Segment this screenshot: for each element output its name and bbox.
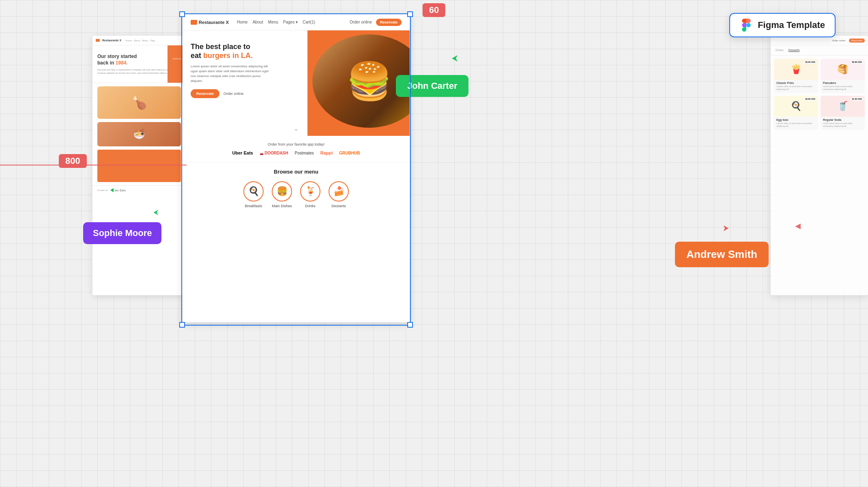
delivery-title: Order from your favorite app today! <box>191 142 402 146</box>
main-dishes-label: Main Dishes <box>272 204 292 208</box>
badge-john: John Carter <box>396 75 468 97</box>
delivery-strip: Order from your favorite app today! Uber… <box>183 136 410 162</box>
mockup-hero: 🍔 The best place toeat burgers in LA. Lo… <box>183 30 410 136</box>
figma-badge: Figma Template <box>729 13 836 37</box>
figma-badge-text: Figma Template <box>758 20 825 30</box>
nav-logo-icon <box>191 20 197 25</box>
nav-link-pages[interactable]: Pages ▾ <box>283 20 298 24</box>
corner-br <box>407 322 413 328</box>
right-menu-tabs: Drinks Desserts <box>771 45 868 56</box>
hero-order-btn[interactable]: Order online <box>223 92 244 96</box>
bg-logo-icon <box>96 39 100 42</box>
right-cursor-red: ▶ <box>795 221 801 230</box>
cursor-uber-eats <box>152 208 160 218</box>
menu-categories: 🍳 Breakfasts 🍔 Main Dishes 🍹 Drinks 🍰 De… <box>191 181 402 208</box>
breakfasts-icon: 🍳 <box>243 181 264 202</box>
logo-postmates: Postmates <box>295 151 314 155</box>
cursor-red <box>721 224 730 234</box>
tab-desserts[interactable]: Desserts <box>789 49 800 52</box>
logo-rappi: Rappi <box>320 150 333 155</box>
right-mockup: Order online Reservate Drinks Desserts 🍟… <box>771 36 868 295</box>
hero-content: The best place toeat burgers in LA. Lore… <box>191 43 272 98</box>
hero-buttons: Reservate Order online <box>191 89 272 98</box>
card-egg-desc: n ipsum dolor sit amet dolor consectetur… <box>774 122 818 130</box>
nav-link-menu[interactable]: Menu <box>268 20 278 24</box>
right-order-online: Order online <box>832 39 846 42</box>
logo-grubhub: GRUBHUB <box>339 151 360 155</box>
bg-food-img-2: 🍜 <box>97 122 181 146</box>
card-pancakes-name: Pancakes <box>821 80 865 85</box>
delivery-logos: Uber Eats DOORDASH Postmates Rappi GRUBH… <box>191 150 402 155</box>
card-pancakes-desc: Lorem ipsum dolor sit amet dolor consect… <box>821 85 865 93</box>
nav-links: Home About Menu Pages ▾ Cart(1) <box>237 20 315 24</box>
bg-mockup: Restaurante X Home About Menu Pag... 720… <box>92 36 186 295</box>
corner-bl <box>179 322 185 328</box>
breakfasts-label: Breakfasts <box>245 204 262 208</box>
cursor-green <box>450 54 460 65</box>
uber-eats-arrow <box>110 188 114 192</box>
card-egg-price: $6.99 USD <box>804 97 816 101</box>
nav-link-cart[interactable]: Cart(1) <box>303 20 315 24</box>
main-dishes-icon: 🍔 <box>272 181 292 202</box>
badge-sophie: Sophie Moore <box>83 222 161 244</box>
right-food-grid: 🍟 $5.99 USD Classic Fries n ipsum dolor … <box>771 56 868 133</box>
card-pancakes: 🥞 $8.99 USD Pancakes Lorem ipsum dolor s… <box>821 59 865 93</box>
drinks-label: Drinks <box>305 204 316 208</box>
card-egg-toast: 🍳 $6.99 USD Egg toas n ipsum dolor sit a… <box>774 96 818 130</box>
nav-link-home[interactable]: Home <box>237 20 248 24</box>
bg-as-seen: As seen on: ber Eats <box>92 185 186 195</box>
category-desserts[interactable]: 🍰 Desserts <box>329 181 349 208</box>
nav-logo-text: Restaurante X <box>199 20 229 25</box>
desserts-icon: 🍰 <box>329 181 349 202</box>
card-soda-desc: Lorem ipsum dolor sit amet dolor consect… <box>821 122 865 130</box>
card-pancakes-price: $8.99 USD <box>851 60 863 64</box>
bg-hero: 72055 83 4... Our story startedback in 1… <box>92 45 186 83</box>
category-main-dishes[interactable]: 🍔 Main Dishes <box>272 181 292 208</box>
hero-scroll-arrow: ⌄ <box>294 125 299 132</box>
hero-title: The best place toeat burgers in LA. <box>191 43 272 60</box>
logo-doordash: DOORDASH <box>260 151 288 155</box>
card-fries-price: $5.99 USD <box>804 60 816 64</box>
bg-food-img-1: 🍗 <box>97 86 181 119</box>
category-drinks[interactable]: 🍹 Drinks <box>300 181 320 208</box>
hero-body: Lorem ipsum dolor sit amet consectetur a… <box>191 64 272 84</box>
card-fries-name: Classic Fries <box>774 80 818 85</box>
hero-reservate-btn[interactable]: Reservate <box>191 89 219 98</box>
nav-order-online[interactable]: Order online <box>350 20 372 24</box>
drinks-icon: 🍹 <box>300 181 320 202</box>
logo-ubereats: Uber Eats <box>232 150 253 155</box>
tab-drinks[interactable]: Drinks <box>776 49 784 52</box>
figma-logo-icon <box>740 19 753 32</box>
nav-link-about[interactable]: About <box>253 20 263 24</box>
nav-logo: Restaurante X <box>191 20 229 25</box>
category-breakfasts[interactable]: 🍳 Breakfasts <box>243 181 264 208</box>
card-fries-desc: n ipsum dolor sit amet dolor consectetur… <box>774 85 818 93</box>
dimension-label-left: 800 <box>59 154 87 168</box>
card-soda-price: $1.99 USD <box>851 97 863 101</box>
mockup-nav: Restaurante X Home About Menu Pages ▾ Ca… <box>183 14 410 30</box>
nav-actions: Order online Reservate <box>350 19 402 26</box>
card-egg-name: Egg toas <box>774 117 818 122</box>
desserts-label: Desserts <box>331 204 346 208</box>
main-mockup: Restaurante X Home About Menu Pages ▾ Ca… <box>183 14 410 322</box>
uber-eats-logo: ber Eats <box>110 188 126 192</box>
bg-orange-block <box>97 150 181 182</box>
dimension-line <box>0 165 187 165</box>
card-soda-name: Regular Soda <box>821 117 865 122</box>
card-classic-fries: 🍟 $5.99 USD Classic Fries n ipsum dolor … <box>774 59 818 93</box>
bg-mockup-nav: Restaurante X Home About Menu Pag... <box>92 36 186 45</box>
bg-logo-text: Restaurante X <box>102 39 121 42</box>
card-soda: 🥤 $1.99 USD Regular Soda Lorem ipsum dol… <box>821 96 865 130</box>
nav-reservate-btn[interactable]: Reservate <box>376 19 402 26</box>
browse-menu: Browse our menu 🍳 Breakfasts 🍔 Main Dish… <box>183 162 410 215</box>
dimension-label-top: 60 <box>423 3 445 17</box>
browse-title: Browse our menu <box>191 169 402 175</box>
badge-andrew: Andrew Smith <box>675 242 769 267</box>
right-reservate-btn[interactable]: Reservate <box>849 39 865 43</box>
